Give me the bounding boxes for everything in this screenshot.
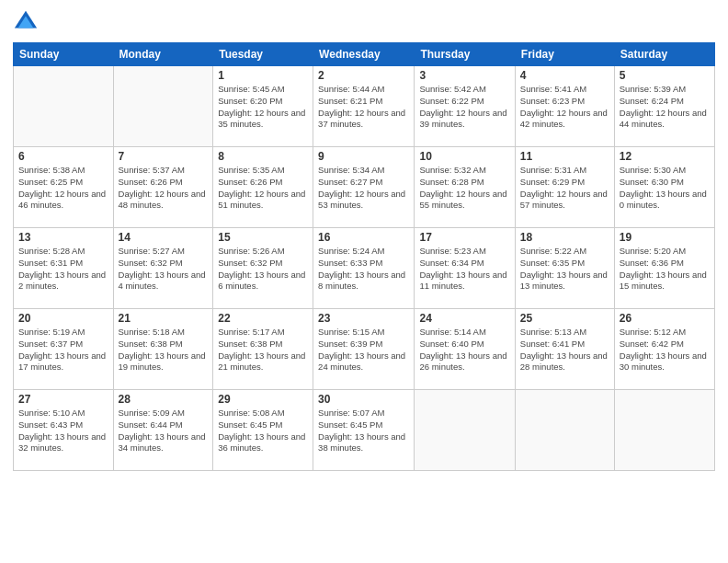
calendar-cell: 22Sunrise: 5:17 AM Sunset: 6:38 PM Dayli… — [213, 309, 313, 390]
calendar-cell: 17Sunrise: 5:23 AM Sunset: 6:34 PM Dayli… — [415, 228, 515, 309]
day-info: Sunrise: 5:35 AM Sunset: 6:26 PM Dayligh… — [218, 165, 308, 212]
day-info: Sunrise: 5:30 AM Sunset: 6:30 PM Dayligh… — [620, 165, 710, 212]
day-number: 22 — [218, 312, 308, 325]
day-info: Sunrise: 5:44 AM Sunset: 6:21 PM Dayligh… — [318, 84, 409, 131]
day-info: Sunrise: 5:26 AM Sunset: 6:32 PM Dayligh… — [218, 246, 308, 293]
day-number: 13 — [18, 231, 108, 244]
day-info: Sunrise: 5:27 AM Sunset: 6:32 PM Dayligh… — [119, 246, 209, 293]
calendar-week-row: 20Sunrise: 5:19 AM Sunset: 6:37 PM Dayli… — [14, 309, 715, 390]
day-info: Sunrise: 5:15 AM Sunset: 6:39 PM Dayligh… — [318, 327, 409, 373]
day-number: 26 — [620, 312, 710, 325]
day-info: Sunrise: 5:42 AM Sunset: 6:22 PM Dayligh… — [419, 84, 509, 131]
day-info: Sunrise: 5:08 AM Sunset: 6:45 PM Dayligh… — [218, 408, 308, 454]
calendar-cell: 27Sunrise: 5:10 AM Sunset: 6:43 PM Dayli… — [14, 390, 114, 471]
day-number: 8 — [218, 150, 308, 163]
day-number: 28 — [119, 393, 209, 406]
calendar-week-row: 6Sunrise: 5:38 AM Sunset: 6:25 PM Daylig… — [14, 147, 715, 228]
calendar-cell — [515, 390, 614, 471]
day-number: 4 — [520, 69, 609, 82]
day-number: 12 — [620, 150, 710, 163]
day-info: Sunrise: 5:19 AM Sunset: 6:37 PM Dayligh… — [18, 327, 108, 373]
calendar-cell: 13Sunrise: 5:28 AM Sunset: 6:31 PM Dayli… — [14, 228, 114, 309]
day-number: 18 — [520, 231, 609, 244]
day-info: Sunrise: 5:37 AM Sunset: 6:26 PM Dayligh… — [119, 165, 209, 212]
day-info: Sunrise: 5:39 AM Sunset: 6:24 PM Dayligh… — [620, 84, 710, 131]
day-info: Sunrise: 5:20 AM Sunset: 6:36 PM Dayligh… — [620, 246, 710, 293]
day-number: 6 — [18, 150, 108, 163]
day-info: Sunrise: 5:10 AM Sunset: 6:43 PM Dayligh… — [18, 408, 108, 454]
day-number: 27 — [18, 393, 108, 406]
calendar-cell: 19Sunrise: 5:20 AM Sunset: 6:36 PM Dayli… — [614, 228, 714, 309]
calendar-cell: 10Sunrise: 5:32 AM Sunset: 6:28 PM Dayli… — [415, 147, 515, 228]
day-number: 9 — [318, 150, 409, 163]
calendar-cell: 8Sunrise: 5:35 AM Sunset: 6:26 PM Daylig… — [213, 147, 313, 228]
day-number: 11 — [520, 150, 609, 163]
day-number: 3 — [419, 69, 509, 82]
day-number: 7 — [119, 150, 209, 163]
day-number: 20 — [18, 312, 108, 325]
day-info: Sunrise: 5:38 AM Sunset: 6:25 PM Dayligh… — [18, 165, 108, 212]
weekday-header: Saturday — [614, 43, 714, 66]
calendar-cell: 11Sunrise: 5:31 AM Sunset: 6:29 PM Dayli… — [515, 147, 614, 228]
day-info: Sunrise: 5:17 AM Sunset: 6:38 PM Dayligh… — [218, 327, 308, 373]
day-number: 23 — [318, 312, 409, 325]
calendar-cell: 25Sunrise: 5:13 AM Sunset: 6:41 PM Dayli… — [515, 309, 614, 390]
day-info: Sunrise: 5:07 AM Sunset: 6:45 PM Dayligh… — [318, 408, 409, 454]
weekday-header: Sunday — [14, 43, 114, 66]
calendar-cell: 28Sunrise: 5:09 AM Sunset: 6:44 PM Dayli… — [113, 390, 213, 471]
header — [13, 9, 715, 35]
calendar-cell: 20Sunrise: 5:19 AM Sunset: 6:37 PM Dayli… — [14, 309, 114, 390]
calendar-cell — [14, 66, 114, 147]
day-number: 10 — [419, 150, 509, 163]
weekday-header: Monday — [113, 43, 213, 66]
calendar-cell: 24Sunrise: 5:14 AM Sunset: 6:40 PM Dayli… — [415, 309, 515, 390]
weekday-header: Wednesday — [313, 43, 415, 66]
calendar-cell: 5Sunrise: 5:39 AM Sunset: 6:24 PM Daylig… — [614, 66, 714, 147]
calendar-cell: 21Sunrise: 5:18 AM Sunset: 6:38 PM Dayli… — [113, 309, 213, 390]
calendar-header-row: SundayMondayTuesdayWednesdayThursdayFrid… — [14, 43, 715, 66]
calendar-week-row: 13Sunrise: 5:28 AM Sunset: 6:31 PM Dayli… — [14, 228, 715, 309]
calendar-cell: 14Sunrise: 5:27 AM Sunset: 6:32 PM Dayli… — [113, 228, 213, 309]
calendar-cell: 16Sunrise: 5:24 AM Sunset: 6:33 PM Dayli… — [313, 228, 415, 309]
day-info: Sunrise: 5:31 AM Sunset: 6:29 PM Dayligh… — [520, 165, 609, 212]
day-number: 21 — [119, 312, 209, 325]
calendar-cell: 6Sunrise: 5:38 AM Sunset: 6:25 PM Daylig… — [14, 147, 114, 228]
day-number: 19 — [620, 231, 710, 244]
day-info: Sunrise: 5:14 AM Sunset: 6:40 PM Dayligh… — [419, 327, 509, 373]
day-number: 14 — [119, 231, 209, 244]
day-info: Sunrise: 5:34 AM Sunset: 6:27 PM Dayligh… — [318, 165, 409, 212]
calendar-cell: 12Sunrise: 5:30 AM Sunset: 6:30 PM Dayli… — [614, 147, 714, 228]
calendar-cell — [614, 390, 714, 471]
logo — [13, 9, 41, 35]
calendar-cell: 26Sunrise: 5:12 AM Sunset: 6:42 PM Dayli… — [614, 309, 714, 390]
day-info: Sunrise: 5:13 AM Sunset: 6:41 PM Dayligh… — [520, 327, 609, 373]
weekday-header: Tuesday — [213, 43, 313, 66]
calendar-cell: 15Sunrise: 5:26 AM Sunset: 6:32 PM Dayli… — [213, 228, 313, 309]
day-info: Sunrise: 5:09 AM Sunset: 6:44 PM Dayligh… — [119, 408, 209, 454]
day-number: 5 — [620, 69, 710, 82]
day-info: Sunrise: 5:45 AM Sunset: 6:20 PM Dayligh… — [218, 84, 308, 131]
calendar-week-row: 1Sunrise: 5:45 AM Sunset: 6:20 PM Daylig… — [14, 66, 715, 147]
calendar-cell: 9Sunrise: 5:34 AM Sunset: 6:27 PM Daylig… — [313, 147, 415, 228]
day-number: 29 — [218, 393, 308, 406]
calendar-cell — [113, 66, 213, 147]
logo-icon — [13, 9, 39, 35]
day-info: Sunrise: 5:41 AM Sunset: 6:23 PM Dayligh… — [520, 84, 609, 131]
calendar-cell: 30Sunrise: 5:07 AM Sunset: 6:45 PM Dayli… — [313, 390, 415, 471]
day-info: Sunrise: 5:24 AM Sunset: 6:33 PM Dayligh… — [318, 246, 409, 293]
day-info: Sunrise: 5:32 AM Sunset: 6:28 PM Dayligh… — [419, 165, 509, 212]
calendar-cell: 23Sunrise: 5:15 AM Sunset: 6:39 PM Dayli… — [313, 309, 415, 390]
day-info: Sunrise: 5:18 AM Sunset: 6:38 PM Dayligh… — [119, 327, 209, 373]
day-info: Sunrise: 5:22 AM Sunset: 6:35 PM Dayligh… — [520, 246, 609, 293]
day-number: 15 — [218, 231, 308, 244]
day-info: Sunrise: 5:23 AM Sunset: 6:34 PM Dayligh… — [419, 246, 509, 293]
day-info: Sunrise: 5:12 AM Sunset: 6:42 PM Dayligh… — [620, 327, 710, 373]
weekday-header: Thursday — [415, 43, 515, 66]
calendar: SundayMondayTuesdayWednesdayThursdayFrid… — [13, 42, 715, 471]
day-number: 17 — [419, 231, 509, 244]
calendar-cell: 7Sunrise: 5:37 AM Sunset: 6:26 PM Daylig… — [113, 147, 213, 228]
day-number: 16 — [318, 231, 409, 244]
day-number: 24 — [419, 312, 509, 325]
day-info: Sunrise: 5:28 AM Sunset: 6:31 PM Dayligh… — [18, 246, 108, 293]
day-number: 1 — [218, 69, 308, 82]
